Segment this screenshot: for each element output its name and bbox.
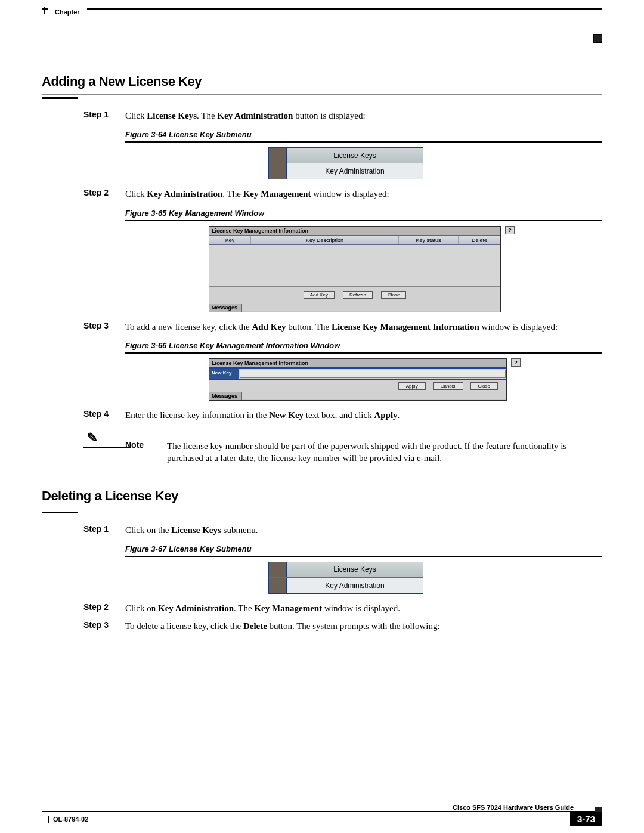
messages-body bbox=[242, 304, 500, 311]
step-label: Step 1 bbox=[42, 110, 125, 122]
km-col-desc: Key Description bbox=[251, 236, 399, 244]
close-button[interactable]: Close bbox=[470, 382, 498, 390]
page-header: Chapter bbox=[42, 8, 602, 25]
page-number-badge: 3-73 bbox=[570, 812, 602, 826]
km-col-key: Key bbox=[209, 236, 251, 244]
step-row: Step 2 Click Key Administration. The Key… bbox=[42, 188, 602, 200]
submenu-side-cell bbox=[269, 163, 287, 179]
step-text: Click on the License Keys submenu. bbox=[125, 524, 602, 536]
step-label: Step 3 bbox=[42, 620, 125, 632]
step-label: Step 1 bbox=[42, 524, 125, 536]
refresh-button[interactable]: Refresh bbox=[343, 291, 373, 299]
key-management-window: License Key Management Information ? Key… bbox=[209, 226, 501, 312]
add-key-button[interactable]: Add Key bbox=[304, 291, 335, 299]
apply-button[interactable]: Apply bbox=[398, 382, 426, 390]
step-text: To delete a license key, click the Delet… bbox=[125, 620, 602, 632]
note-block: ✎ Note The license key number should be … bbox=[83, 427, 602, 465]
messages-body bbox=[242, 392, 506, 399]
step-label: Step 2 bbox=[42, 602, 125, 614]
km-body bbox=[209, 245, 500, 287]
step-text: Enter the license key information in the… bbox=[125, 409, 602, 421]
chapter-label: Chapter bbox=[48, 8, 87, 16]
submenu-item-key-admin[interactable]: Key Administration bbox=[287, 578, 423, 593]
figure-caption: Figure 3-67 License Key Submenu bbox=[125, 544, 602, 553]
help-icon[interactable]: ? bbox=[511, 358, 521, 367]
lki-titlebar: License Key Management Information ? bbox=[209, 359, 506, 367]
step-text: Click License Keys. The Key Administrati… bbox=[125, 110, 602, 122]
close-button[interactable]: Close bbox=[381, 291, 406, 299]
step-text: To add a new license key, click the Add … bbox=[125, 321, 602, 333]
step-text: Click on Key Administration. The Key Man… bbox=[125, 602, 602, 614]
help-icon[interactable]: ? bbox=[505, 226, 515, 234]
step-row: Step 4 Enter the license key information… bbox=[42, 409, 602, 421]
step-row: Step 3 To delete a license key, click th… bbox=[42, 620, 602, 632]
step-label: Step 4 bbox=[42, 409, 125, 421]
new-key-label: New Key bbox=[209, 369, 239, 379]
license-key-submenu-figure: License Keys Key Administration bbox=[268, 562, 423, 594]
km-col-delete: Delete bbox=[459, 236, 500, 244]
license-key-submenu-figure: License Keys Key Administration bbox=[268, 147, 423, 179]
messages-label: Messages bbox=[209, 392, 242, 400]
submenu-item-license-keys[interactable]: License Keys bbox=[287, 562, 423, 577]
km-col-status: Key status bbox=[399, 236, 459, 244]
page-footer: Cisco SFS 7024 Hardware Users Guide OL-8… bbox=[42, 811, 602, 823]
step-row: Step 3 To add a new license key, click t… bbox=[42, 321, 602, 333]
submenu-side-cell bbox=[269, 562, 287, 577]
figure-caption: Figure 3-66 License Key Management Infor… bbox=[125, 341, 602, 350]
pencil-icon: ✎ bbox=[86, 428, 125, 445]
step-row: Step 1 Click on the License Keys submenu… bbox=[42, 524, 602, 536]
footer-docnum: OL-8794-02 bbox=[48, 816, 602, 823]
figure-caption: Figure 3-64 License Key Submenu bbox=[125, 130, 602, 139]
figure-caption: Figure 3-65 Key Management Window bbox=[125, 209, 602, 218]
license-key-info-window: License Key Management Information ? New… bbox=[209, 358, 507, 401]
step-label: Step 2 bbox=[42, 188, 125, 200]
header-square-icon bbox=[593, 34, 602, 43]
cancel-button[interactable]: Cancel bbox=[433, 382, 463, 390]
km-button-row: Add Key Refresh Close bbox=[209, 287, 500, 304]
note-label: Note bbox=[125, 427, 167, 465]
messages-label: Messages bbox=[209, 304, 242, 312]
new-key-input[interactable] bbox=[240, 370, 506, 378]
km-titlebar: License Key Management Information ? bbox=[209, 227, 500, 236]
submenu-side-cell bbox=[269, 578, 287, 593]
km-header-row: Key Key Description Key status Delete bbox=[209, 236, 500, 245]
footer-guide-title: Cisco SFS 7024 Hardware Users Guide bbox=[448, 804, 578, 811]
submenu-side-cell bbox=[269, 148, 287, 163]
submenu-item-license-keys[interactable]: License Keys bbox=[287, 148, 423, 163]
step-text: Click Key Administration. The Key Manage… bbox=[125, 188, 602, 200]
note-text: The license key number should be part of… bbox=[167, 427, 602, 465]
submenu-item-key-admin[interactable]: Key Administration bbox=[287, 163, 423, 179]
section-title-adding: Adding a New License Key bbox=[42, 74, 602, 89]
step-row: Step 1 Click License Keys. The Key Admin… bbox=[42, 110, 602, 122]
step-row: Step 2 Click on Key Administration. The … bbox=[42, 602, 602, 614]
step-label: Step 3 bbox=[42, 321, 125, 333]
section-title-deleting: Deleting a License Key bbox=[42, 488, 602, 504]
